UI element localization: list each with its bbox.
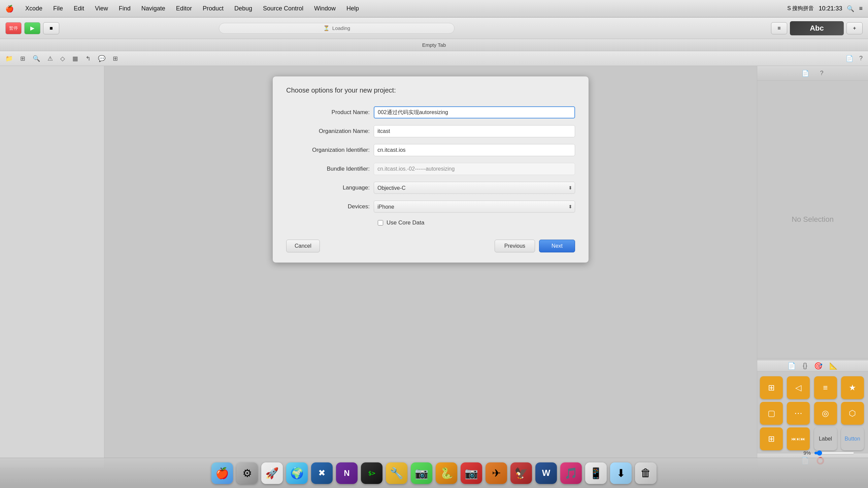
menu-editor[interactable]: Editor [174,4,194,13]
devices-row: Devices: iPhone iPad Universal ⬍ [286,201,575,213]
file-inspector-tab[interactable]: 📄 [799,68,812,78]
nav-buttons: Previous Next [495,240,575,252]
library-item-circle[interactable]: ◎ [814,402,837,425]
next-button[interactable]: Next [539,240,575,252]
dock-xcode[interactable]: ✖ [311,462,333,484]
library-item-dots[interactable]: ⋯ [787,402,810,425]
devices-select-wrapper: iPhone iPad Universal ⬍ [374,201,575,213]
inspector-tab-code[interactable]: {} [803,362,807,370]
library-item-media[interactable]: ⏮⏯⏭ [787,427,810,450]
abc-panel-toolbar: Abc [790,21,844,35]
menu-edit[interactable]: Edit [72,4,86,13]
library-item-label[interactable]: Label [814,427,837,450]
stop-button[interactable]: ■ [43,22,59,34]
dock-system-prefs[interactable]: ⚙ [236,462,258,484]
dock-finder[interactable]: 🍎 [212,462,233,484]
grid-icon[interactable]: ⊞ [112,54,119,64]
menu-source-control[interactable]: Source Control [261,4,305,13]
menu-window[interactable]: Window [312,4,338,13]
right-panel: 📄 ? No Selection 📄 {} 🎯 📐 ⊞ ◁ ≡ ★ ▢ ⋯ [757,66,868,468]
zoom-slider[interactable] [814,450,855,456]
dock-word[interactable]: W [535,462,557,484]
library-item-square[interactable]: ▢ [760,402,783,425]
menu-file[interactable]: File [51,4,65,13]
folder-icon[interactable]: 📁 [4,54,14,64]
center-content: Choose options for your new project: Pro… [104,66,757,468]
dock-tools[interactable]: 🔧 [386,462,407,484]
dock-onenote[interactable]: N [336,462,358,484]
devices-select[interactable]: iPhone iPad Universal [374,201,575,213]
language-select[interactable]: Objective-C Swift [374,182,575,194]
loading-text: Loading [332,25,350,31]
product-name-label: Product Name: [286,109,374,116]
core-data-row: Use Core Data [378,220,575,226]
empty-tab[interactable]: Empty Tab [414,40,454,50]
inspector-tab-size[interactable]: 📐 [829,362,838,370]
menu-navigate[interactable]: Navigate [140,4,167,13]
no-selection-label: No Selection [757,81,868,358]
panel-toggle[interactable]: + [846,22,863,34]
menu-debug[interactable]: Debug [232,4,254,13]
warning-icon[interactable]: ⚠ [46,54,54,64]
menu-find[interactable]: Find [117,4,133,13]
dialog-buttons: Cancel Previous Next [286,240,575,252]
help-icon[interactable]: ? [858,54,864,63]
library-item-grid2[interactable]: ⊞ [760,427,783,450]
dock-music[interactable]: 🎵 [560,462,582,484]
comment-icon[interactable]: 💬 [97,54,107,64]
dock-trash[interactable]: 🗑 [635,462,656,484]
search-toolbar-icon[interactable]: 🔍 [31,54,41,64]
main-area: Choose options for your new project: Pro… [0,66,868,468]
list-icon[interactable]: ≡ [859,5,863,12]
play-button[interactable]: ▶ [24,22,40,34]
source-icon[interactable]: ◇ [59,54,66,64]
dock-safari[interactable]: 🌍 [286,462,308,484]
bookmark-icon[interactable]: ↰ [84,54,92,64]
files-icon[interactable]: ⊞ [19,54,27,64]
file-inspector-icon[interactable]: 📄 [844,54,855,64]
menu-view[interactable]: View [93,4,110,13]
table-icon[interactable]: ▦ [71,54,80,64]
quick-help-tab[interactable]: ? [817,68,826,78]
menu-help[interactable]: Help [344,4,361,13]
library-item-star[interactable]: ★ [841,376,864,399]
product-name-input[interactable] [374,106,575,119]
inspector-tab-file[interactable]: 📄 [787,362,796,370]
inspector-tab-target[interactable]: 🎯 [814,362,823,370]
apple-menu[interactable]: 🍎 [5,5,14,13]
org-name-input[interactable] [374,125,575,137]
org-id-input[interactable] [374,144,575,156]
dock-python[interactable]: 🐍 [436,462,457,484]
language-select-wrapper: Objective-C Swift ⬍ [374,182,575,194]
library-item-back[interactable]: ◁ [787,376,810,399]
cancel-button[interactable]: Cancel [286,240,320,252]
play-icon: ▶ [30,25,34,31]
previous-button[interactable]: Previous [495,240,535,252]
org-name-row: Organization Name: [286,125,575,137]
dock-launchpad[interactable]: 🚀 [261,462,283,484]
devices-label: Devices: [286,203,374,210]
library-item-grid[interactable]: ⊞ [760,376,783,399]
library-item-cube[interactable]: ⬡ [841,402,864,425]
stop-icon: ■ [50,25,53,31]
dock-facetime[interactable]: 📷 [411,462,432,484]
menu-xcode[interactable]: Xcode [23,4,44,13]
core-data-checkbox[interactable] [378,220,383,226]
inspector-tabs: 📄 ? [757,66,868,81]
search-icon[interactable]: 🔍 [847,5,854,12]
dock-filezilla[interactable]: ✈ [486,462,507,484]
bundle-id-label: Bundle Identifier: [286,166,374,172]
dock-camera2[interactable]: 📷 [461,462,482,484]
dock-simulator[interactable]: 📱 [585,462,607,484]
dock-eagle[interactable]: 🦅 [510,462,532,484]
dock-terminal[interactable]: $> [361,462,382,484]
sidebar-toggle[interactable]: ≡ [771,22,787,34]
org-name-label: Organization Name: [286,128,374,135]
library-item-list[interactable]: ≡ [814,376,837,399]
pause-button[interactable]: 暂停 [5,22,22,34]
library-item-button[interactable]: Button [841,427,864,450]
ime-indicator[interactable]: S 搜狗拼音 [787,5,814,12]
dock-dl[interactable]: ⬇ [610,462,632,484]
menu-product[interactable]: Product [201,4,225,13]
new-project-dialog: Choose options for your new project: Pro… [272,76,589,263]
